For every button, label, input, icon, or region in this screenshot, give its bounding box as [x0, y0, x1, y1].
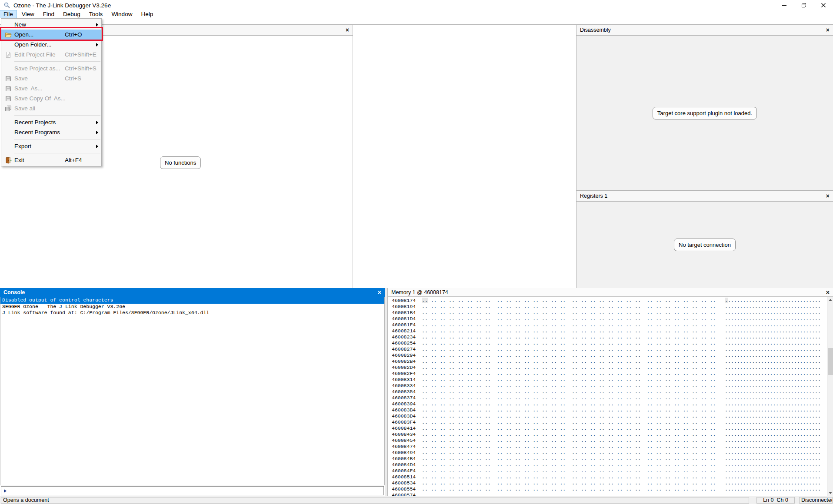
memory-scrollbar[interactable]: [827, 297, 833, 496]
memory-row-46008574[interactable]: 46008574 .. .. .. .. .. .. .. .. .. .. .…: [392, 492, 827, 496]
console-line[interactable]: J-Link software found at: C:/Program Fil…: [0, 310, 384, 316]
disassembly-panel-header: Disassembly ×: [576, 24, 833, 36]
memory-row-46008374[interactable]: 46008374 .. .. .. .. .. .. .. .. .. .. .…: [392, 395, 827, 401]
window-controls: [774, 0, 833, 10]
menu-item-edit-project-file: Edit Project FileCtrl+Shift+E: [1, 50, 101, 60]
restore-icon[interactable]: [794, 0, 813, 10]
menu-item-label: New: [14, 21, 65, 28]
menubar-item-find[interactable]: Find: [40, 10, 58, 18]
console-command-input[interactable]: [8, 487, 383, 494]
console-panel-close-icon[interactable]: ×: [378, 289, 381, 295]
memory-row-46008554[interactable]: 46008554 .. .. .. .. .. .. .. .. .. .. .…: [392, 486, 827, 492]
menu-item-label: Open Folder...: [14, 41, 65, 48]
scroll-up-icon[interactable]: [827, 297, 833, 303]
registers-panel-body: No target connection: [576, 202, 833, 288]
memory-row-46008234[interactable]: 46008234 .. .. .. .. .. .. .. .. .. .. .…: [392, 334, 827, 340]
menu-item-exit[interactable]: ExitAlt+F4: [1, 155, 101, 165]
plugin-not-loaded-badge: Target core support plugin not loaded.: [653, 107, 757, 119]
memory-row-46008514[interactable]: 46008514 .. .. .. .. .. .. .. .. .. .. .…: [392, 474, 827, 480]
menu-bar: FileViewFindDebugToolsWindowHelp: [0, 10, 833, 18]
console-panel-title: Console: [3, 289, 25, 295]
memory-row-46008474[interactable]: 46008474 .. .. .. .. .. .. .. .. .. .. .…: [392, 444, 827, 450]
disassembly-panel-close-icon[interactable]: ×: [826, 27, 830, 33]
memory-row-46008214[interactable]: 46008214 .. .. .. .. .. .. .. .. .. .. .…: [392, 328, 827, 334]
memory-row-46008494[interactable]: 46008494 .. .. .. .. .. .. .. .. .. .. .…: [392, 450, 827, 456]
menubar-item-tools[interactable]: Tools: [86, 10, 107, 18]
memory-row-46008174[interactable]: 46008174 .. .. .. .. .. .. .. .. .. .. .…: [392, 298, 827, 304]
memory-row-46008394[interactable]: 46008394 .. .. .. .. .. .. .. .. .. .. .…: [392, 401, 827, 407]
memory-row-460083B4[interactable]: 460083B4 .. .. .. .. .. .. .. .. .. .. .…: [392, 407, 827, 413]
console-panel: Console × Disabled output of control cha…: [0, 288, 385, 496]
menubar-item-debug[interactable]: Debug: [60, 10, 84, 18]
memory-row-460082D4[interactable]: 460082D4 .. .. .. .. .. .. .. .. .. .. .…: [392, 365, 827, 371]
menu-icon-empty: [2, 41, 14, 48]
window-title: Ozone - The J-Link Debugger V3.26e: [13, 2, 111, 9]
app-icon-magnifier: [3, 2, 10, 9]
submenu-arrow-icon: [93, 121, 100, 124]
menu-item-shortcut: Ctrl+Shift+E: [65, 51, 93, 58]
menu-item-open-folder[interactable]: Open Folder...: [1, 40, 101, 50]
menu-separator: [14, 61, 100, 62]
registers-panel-header: Registers 1 ×: [576, 190, 833, 202]
memory-scrollbar-thumb[interactable]: [828, 348, 833, 375]
functions-panel-close-icon[interactable]: ×: [346, 27, 349, 33]
menubar-item-view[interactable]: View: [18, 10, 38, 18]
memory-row-46008314[interactable]: 46008314 .. .. .. .. .. .. .. .. .. .. .…: [392, 377, 827, 383]
memory-row-460081F4[interactable]: 460081F4 .. .. .. .. .. .. .. .. .. .. .…: [392, 322, 827, 328]
memory-row-46008434[interactable]: 46008434 .. .. .. .. .. .. .. .. .. .. .…: [392, 431, 827, 438]
menu-item-label: Recent Programs: [14, 129, 65, 136]
status-line-col: Ln 0 Ch 0: [756, 497, 795, 504]
memory-row-46008254[interactable]: 46008254 .. .. .. .. .. .. .. .. .. .. .…: [392, 340, 827, 346]
menu-item-open[interactable]: Open...Ctrl+O: [1, 30, 101, 40]
memory-row-46008534[interactable]: 46008534 .. .. .. .. .. .. .. .. .. .. .…: [392, 480, 827, 486]
menu-icon-empty: [2, 21, 14, 28]
menu-item-label: Open...: [14, 31, 65, 38]
registers-panel-close-icon[interactable]: ×: [826, 193, 830, 199]
memory-row-460084F4[interactable]: 460084F4 .. .. .. .. .. .. .. .. .. .. .…: [392, 468, 827, 474]
scroll-down-icon[interactable]: [827, 490, 833, 496]
menubar-item-file[interactable]: File: [0, 10, 17, 18]
memory-row-460083D4[interactable]: 460083D4 .. .. .. .. .. .. .. .. .. .. .…: [392, 413, 827, 419]
memory-row-460081B4[interactable]: 460081B4 .. .. .. .. .. .. .. .. .. .. .…: [392, 310, 827, 316]
memory-row-46008454[interactable]: 46008454 .. .. .. .. .. .. .. .. .. .. .…: [392, 438, 827, 444]
console-prompt-icon: [4, 489, 7, 493]
status-message: Opens a document: [1, 497, 749, 504]
menu-item-recent-projects[interactable]: Recent Projects: [1, 117, 101, 127]
menu-item-save: SaveCtrl+S: [1, 73, 101, 83]
menu-item-new[interactable]: New: [1, 20, 101, 30]
registers-panel: Registers 1 × No target connection: [576, 190, 833, 288]
no-functions-badge: No functions: [160, 156, 201, 169]
memory-panel-title: Memory 1 @ 46008174: [391, 289, 448, 295]
memory-row-460081D4[interactable]: 460081D4 .. .. .. .. .. .. .. .. .. .. .…: [392, 316, 827, 322]
menubar-item-window[interactable]: Window: [108, 10, 136, 18]
status-bar: Opens a document Ln 0 Ch 0 Disconnected: [0, 496, 833, 504]
memory-row-46008414[interactable]: 46008414 .. .. .. .. .. .. .. .. .. .. .…: [392, 425, 827, 431]
memory-row-460084B4[interactable]: 460084B4 .. .. .. .. .. .. .. .. .. .. .…: [392, 456, 827, 462]
memory-row-460082F4[interactable]: 460082F4 .. .. .. .. .. .. .. .. .. .. .…: [392, 371, 827, 377]
menubar-item-help[interactable]: Help: [137, 10, 157, 18]
close-icon[interactable]: [813, 0, 833, 10]
console-input[interactable]: [1, 486, 384, 495]
memory-panel-close-icon[interactable]: ×: [826, 289, 830, 295]
memory-row-46008334[interactable]: 46008334 .. .. .. .. .. .. .. .. .. .. .…: [392, 383, 827, 389]
memory-row-460084D4[interactable]: 460084D4 .. .. .. .. .. .. .. .. .. .. .…: [392, 462, 827, 468]
menu-item-recent-programs[interactable]: Recent Programs: [1, 127, 101, 137]
minimize-icon[interactable]: [774, 0, 794, 10]
menu-item-label: Recent Projects: [14, 119, 65, 126]
memory-row-46008194[interactable]: 46008194 .. .. .. .. .. .. .. .. .. .. .…: [392, 304, 827, 310]
console-output[interactable]: Disabled output of control charactersSEG…: [0, 297, 385, 485]
floppy-icon: [2, 75, 14, 82]
menu-item-export[interactable]: Export: [1, 141, 101, 151]
console-line[interactable]: SEGGER Ozone - The J-Link Debugger V3.26…: [0, 304, 384, 310]
memory-hexdump[interactable]: 46008174 .. .. .. .. .. .. .. .. .. .. .…: [388, 297, 827, 496]
menu-item-save-project-as: Save Project as...Ctrl+Shift+S: [1, 63, 101, 73]
console-line-selected[interactable]: Disabled output of control characters: [0, 297, 384, 304]
menu-item-label: Save all: [14, 105, 65, 112]
menu-item-label: Export: [14, 143, 65, 149]
memory-row-460083F4[interactable]: 460083F4 .. .. .. .. .. .. .. .. .. .. .…: [392, 419, 827, 425]
memory-row-46008274[interactable]: 46008274 .. .. .. .. .. .. .. .. .. .. .…: [392, 346, 827, 352]
menu-item-shortcut: Ctrl+Shift+S: [65, 65, 93, 72]
memory-row-460082B4[interactable]: 460082B4 .. .. .. .. .. .. .. .. .. .. .…: [392, 358, 827, 365]
memory-row-46008354[interactable]: 46008354 .. .. .. .. .. .. .. .. .. .. .…: [392, 389, 827, 395]
memory-row-46008294[interactable]: 46008294 .. .. .. .. .. .. .. .. .. .. .…: [392, 352, 827, 358]
